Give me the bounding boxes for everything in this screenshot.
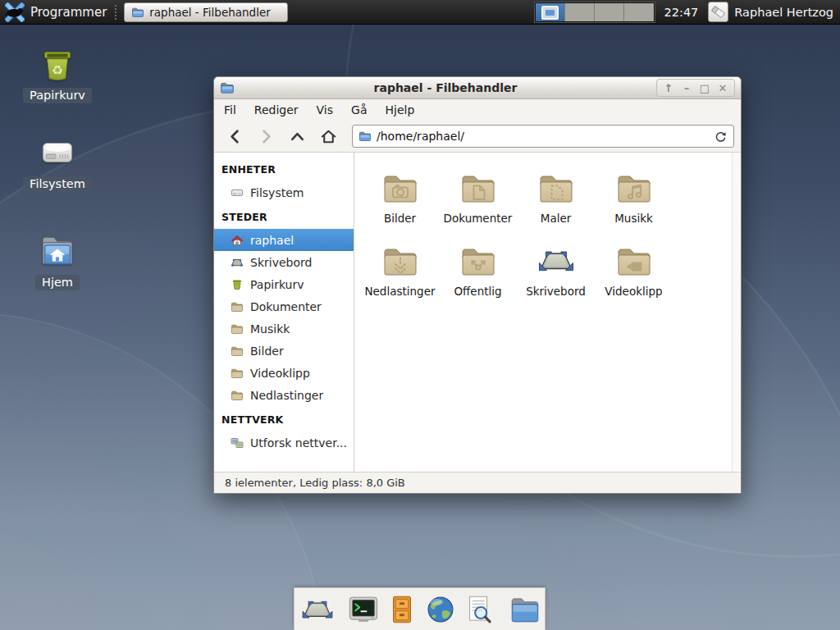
- toolbar: /home/raphael/: [214, 121, 741, 153]
- sidebar-item-utforsk-nettverk[interactable]: Utforsk nettver...: [214, 431, 354, 454]
- sidebar-item-bilder[interactable]: Bilder: [214, 340, 354, 362]
- file-item-musikk[interactable]: Musikk: [595, 161, 673, 225]
- forward-button[interactable]: [252, 124, 281, 148]
- vertical-scrollbar[interactable]: [732, 153, 741, 472]
- status-text: 8 ielementer, Ledig plass: 8,0 GiB: [225, 477, 405, 489]
- web-browser-launcher[interactable]: [423, 591, 458, 628]
- sidebar-item-skrivebord[interactable]: Skrivebord: [214, 251, 354, 273]
- file-item-label: Dokumenter: [439, 212, 517, 225]
- taskbar-window-button[interactable]: raphael - Filbehandler: [124, 2, 288, 22]
- file-item-label: Videoklipp: [595, 285, 673, 298]
- workspace-3[interactable]: [595, 3, 624, 21]
- window-controls: ↑ – □ ✕: [656, 79, 735, 97]
- menu-hjelp[interactable]: Hjelp: [385, 103, 414, 116]
- home-icon: [231, 234, 244, 247]
- file-cabinet-launcher[interactable]: [385, 591, 419, 628]
- back-button[interactable]: [221, 124, 249, 148]
- desktop-icon-label: Papirkurv: [23, 88, 92, 103]
- folder-public-icon: [459, 241, 498, 281]
- sidebar-header-nettverk: NETTVERK: [214, 406, 354, 431]
- desktop-icon-label: Hjem: [35, 275, 80, 290]
- desktop-icon-papirkurv[interactable]: Papirkurv: [8, 43, 107, 103]
- folder-downloads-icon: [381, 241, 420, 281]
- file-item-nedlastinger[interactable]: Nedlastinger: [361, 234, 439, 298]
- menu-rediger[interactable]: Rediger: [254, 103, 299, 116]
- xfce-mouse-logo-icon: [5, 2, 25, 22]
- file-item-offentlig[interactable]: Offentlig: [439, 234, 517, 298]
- window-titlebar[interactable]: raphael - Filbehandler ↑ – □ ✕: [214, 77, 741, 99]
- path-input[interactable]: /home/raphael/: [377, 130, 709, 143]
- sidebar-item-papirkurv[interactable]: Papirkurv: [214, 273, 354, 295]
- sidebar-item-filsystem[interactable]: Filsystem: [214, 181, 354, 203]
- file-item-label: Nedlastinger: [361, 285, 439, 298]
- sidebar-item-dokumenter[interactable]: Dokumenter: [214, 295, 354, 317]
- sidebar-item-label: Videoklipp: [250, 367, 310, 380]
- file-item-label: Offentlig: [439, 285, 517, 298]
- desktop-icon-filsystem[interactable]: Filsystem: [8, 131, 107, 192]
- status-bar: 8 ielementer, Ledig plass: 8,0 GiB: [214, 472, 741, 493]
- folder-videos-icon: [614, 241, 654, 281]
- minimize-button[interactable]: –: [678, 80, 695, 95]
- taskbar-window-label: raphael - Filbehandler: [149, 6, 270, 19]
- clock[interactable]: 22:47: [664, 6, 699, 19]
- window-body: ENHETER Filsystem STEDER raphael Skriveb…: [214, 153, 741, 472]
- desktop-icon: [536, 241, 576, 281]
- terminal-launcher[interactable]: [346, 591, 381, 628]
- forward-icon: [257, 127, 276, 146]
- file-manager-folder-icon: [508, 592, 542, 627]
- search-launcher[interactable]: [462, 591, 496, 628]
- file-manager-launcher[interactable]: [508, 591, 542, 628]
- panel-handle: [115, 5, 121, 20]
- home-icon: [319, 127, 338, 146]
- applications-menu-button[interactable]: Programmer: [0, 0, 115, 24]
- folder-window-icon: [131, 6, 144, 19]
- terminal-icon: [346, 592, 381, 627]
- show-desktop-icon: [300, 592, 335, 627]
- sidebar-item-videoklipp[interactable]: Videoklipp: [214, 362, 354, 384]
- file-item-skrivebord[interactable]: Skrivebord: [517, 234, 595, 298]
- path-bar[interactable]: /home/raphael/: [352, 125, 734, 148]
- workspace-switcher: [535, 2, 655, 22]
- user-name: Raphael Hertzog: [734, 6, 833, 19]
- trash-icon: [231, 278, 244, 291]
- sidebar-item-nedlastinger[interactable]: Nedlastinger: [214, 384, 354, 406]
- home-button[interactable]: [314, 124, 343, 148]
- sidebar-item-label: Musikk: [250, 322, 290, 336]
- workspace-1-active[interactable]: [536, 3, 565, 21]
- menubar: Fil Rediger Vis Gå Hjelp: [214, 99, 741, 121]
- menu-vis[interactable]: Vis: [317, 103, 333, 116]
- sidebar-item-musikk[interactable]: Musikk: [214, 317, 354, 340]
- folder-icon: [231, 300, 244, 313]
- file-item-bilder[interactable]: Bilder: [361, 161, 439, 225]
- up-button[interactable]: [283, 124, 312, 148]
- maximize-button[interactable]: □: [696, 80, 713, 95]
- refresh-icon[interactable]: [714, 130, 728, 144]
- sidebar-item-label: Dokumenter: [250, 300, 322, 313]
- shade-button[interactable]: ↑: [660, 80, 677, 95]
- back-icon: [226, 127, 244, 146]
- applications-menu-label: Programmer: [30, 5, 107, 20]
- file-view[interactable]: Bilder Dokumenter Maler Musikk Nedlastin…: [354, 153, 741, 472]
- network-icon: [231, 436, 244, 450]
- folder-music-icon: [614, 168, 654, 208]
- harddrive-icon: [231, 186, 244, 199]
- file-item-maler[interactable]: Maler: [517, 161, 595, 225]
- menu-fil[interactable]: Fil: [224, 103, 236, 116]
- folder-pictures-icon: [381, 168, 420, 208]
- workspace-4[interactable]: [624, 3, 654, 21]
- document-search-icon: [462, 592, 496, 627]
- sidebar-item-raphael[interactable]: raphael: [214, 229, 354, 251]
- file-item-label: Skrivebord: [517, 285, 595, 298]
- close-button[interactable]: ✕: [714, 80, 731, 95]
- eraser-user-icon: [708, 2, 728, 22]
- workspace-2[interactable]: [565, 3, 595, 21]
- file-item-videoklipp[interactable]: Videoklipp: [595, 234, 673, 298]
- menu-ga[interactable]: Gå: [351, 103, 367, 116]
- file-item-dokumenter[interactable]: Dokumenter: [439, 161, 517, 225]
- show-desktop-button[interactable]: [300, 591, 335, 628]
- desktop-icon-hjem[interactable]: Hjem: [8, 230, 107, 290]
- top-panel: Programmer raphael - Filbehandler 22:47 …: [0, 0, 840, 25]
- sidebar-item-label: Nedlastinger: [250, 389, 323, 402]
- user-menu-button[interactable]: Raphael Hertzog: [706, 0, 840, 24]
- workspace-mini-window: [541, 6, 559, 20]
